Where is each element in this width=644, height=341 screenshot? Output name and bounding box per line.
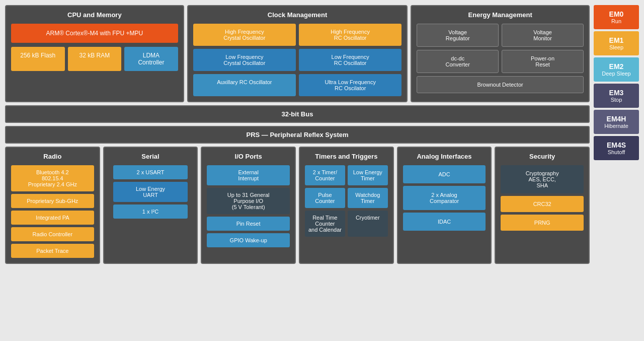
le-uart-item: Low EnergyUART bbox=[113, 182, 188, 202]
lf-rc: Low FrequencyRC Oscillator bbox=[299, 49, 401, 71]
em3-num: EM3 bbox=[596, 89, 637, 97]
main-layout: CPU and Memory ARM® Cortex®-M4 with FPU … bbox=[5, 5, 590, 264]
clock-title: Clock Management bbox=[193, 11, 402, 19]
timers-section: Timers and Triggers 2 x Timer/Counter Lo… bbox=[299, 147, 394, 264]
i2c-item: 1 x I²C bbox=[113, 204, 188, 219]
pulse-counter-item: PulseCounter bbox=[305, 188, 345, 208]
ext-int-item: ExternalInterrupt bbox=[207, 165, 290, 185]
analog-title: Analog Interfaces bbox=[403, 153, 486, 160]
security-title: Security bbox=[501, 153, 584, 160]
security-section: Security CryptographyAES, ECC,SHA CRC32 … bbox=[495, 147, 590, 264]
timer-counter-item: 2 x Timer/Counter bbox=[305, 165, 345, 185]
hf-rc: High FrequencyRC Oscillator bbox=[299, 24, 401, 46]
em2-num: EM2 bbox=[596, 62, 637, 71]
em3-item: EM3 Stop bbox=[594, 84, 639, 108]
em3-label: Stop bbox=[596, 97, 637, 103]
watchdog-item: WatchdogTimer bbox=[348, 188, 388, 208]
voltage-mon: VoltageMonitor bbox=[502, 24, 584, 47]
serial-title: Serial bbox=[109, 153, 192, 160]
crypto-item: CryptographyAES, ECC,SHA bbox=[501, 165, 584, 193]
em4h-item: EM4H Hibernate bbox=[594, 110, 639, 134]
em4s-label: Shutoff bbox=[596, 149, 637, 155]
gpio-wakeup-item: GPIO Wake-up bbox=[207, 233, 290, 247]
integrated-pa-item: Integrated PA bbox=[11, 211, 94, 225]
io-section: I/O Ports ExternalInterrupt Up to 31 Gen… bbox=[201, 147, 296, 264]
cpu-flash: 256 kB Flash bbox=[11, 47, 65, 71]
em4s-item: EM4S Shutoff bbox=[594, 136, 639, 160]
radio-items: Bluetooth 4.2802.15.4Proprietary 2.4 GHz… bbox=[11, 165, 94, 258]
radio-ctrl-item: Radio Controller bbox=[11, 227, 94, 241]
top-row: CPU and Memory ARM® Cortex®-M4 with FPU … bbox=[5, 5, 590, 102]
radio-title: Radio bbox=[11, 153, 94, 160]
hf-crystal: High FrequencyCrystal Oscillator bbox=[193, 24, 296, 46]
analog-section: Analog Interfaces ADC 2 x AnalogComparat… bbox=[397, 147, 492, 264]
cpu-title: CPU and Memory bbox=[11, 11, 178, 19]
bus-bar: 32-bit Bus bbox=[5, 105, 590, 123]
le-timer-item: Low EnergyTimer bbox=[348, 165, 388, 185]
em0-item: EM0 Run bbox=[594, 5, 639, 29]
io-items: ExternalInterrupt Up to 31 GeneralPurpos… bbox=[207, 165, 290, 247]
clock-section: Clock Management High FrequencyCrystal O… bbox=[187, 5, 408, 102]
ulf-rc: Ultra Low FrequencyRC Oscilator bbox=[299, 74, 401, 96]
em0-num: EM0 bbox=[596, 10, 637, 18]
gp-io-item: Up to 31 GeneralPurpose I/O(5 V Tolerant… bbox=[207, 188, 290, 214]
em4s-num: EM4S bbox=[596, 141, 637, 149]
analog-items: ADC 2 x AnalogComparator IDAC bbox=[403, 165, 486, 231]
cpu-section: CPU and Memory ARM® Cortex®-M4 with FPU … bbox=[5, 5, 184, 102]
radio-section: Radio Bluetooth 4.2802.15.4Proprietary 2… bbox=[5, 147, 100, 264]
em1-label: Sleep bbox=[596, 44, 637, 50]
cpu-ram: 32 kB RAM bbox=[68, 47, 122, 71]
comparator-item: 2 x AnalogComparator bbox=[403, 186, 486, 210]
em4h-label: Hibernate bbox=[596, 123, 637, 129]
crc32-item: CRC32 bbox=[501, 196, 584, 212]
em1-item: EM1 Sleep bbox=[594, 31, 639, 55]
energy-grid: VoltageRegulator VoltageMonitor dc-dcCon… bbox=[417, 24, 584, 93]
pin-reset-item: Pin Reset bbox=[207, 217, 290, 231]
serial-items: 2 x USART Low EnergyUART 1 x I²C bbox=[109, 165, 192, 219]
timers-grid: 2 x Timer/Counter Low EnergyTimer PulseC… bbox=[305, 165, 388, 237]
sub-ghz-item: Proprietary Sub-GHz bbox=[11, 194, 94, 208]
aux-rc: Auxillary RC Oscillator bbox=[193, 74, 296, 96]
io-title: I/O Ports bbox=[207, 153, 290, 160]
security-items: CryptographyAES, ECC,SHA CRC32 PRNG bbox=[501, 165, 584, 231]
em-sidebar: EM0 Run EM1 Sleep EM2 Deep Sleep EM3 Sto… bbox=[594, 5, 639, 160]
em2-label: Deep Sleep bbox=[596, 71, 637, 77]
serial-section: Serial 2 x USART Low EnergyUART 1 x I²C bbox=[103, 147, 198, 264]
brownout: Brownout Detector bbox=[417, 76, 584, 93]
em1-num: EM1 bbox=[596, 36, 637, 44]
voltage-reg: VoltageRegulator bbox=[417, 24, 499, 47]
bottom-row: Radio Bluetooth 4.2802.15.4Proprietary 2… bbox=[5, 147, 590, 264]
packet-trace-item: Packet Trace bbox=[11, 244, 94, 258]
idac-item: IDAC bbox=[403, 213, 486, 231]
rtc-item: Real TimeCounterand Calendar bbox=[305, 211, 345, 237]
clock-grid: High FrequencyCrystal Oscillator High Fr… bbox=[193, 24, 402, 96]
timers-title: Timers and Triggers bbox=[305, 153, 388, 160]
power-reset: Power-onReset bbox=[502, 50, 584, 73]
em4h-num: EM4H bbox=[596, 115, 637, 123]
em0-label: Run bbox=[596, 18, 637, 24]
prs-bar: PRS — Peripheral Reflex System bbox=[5, 126, 590, 144]
usart-item: 2 x USART bbox=[113, 165, 188, 179]
cpu-ldma: LDMAController bbox=[124, 47, 178, 71]
cpu-arm-box: ARM® Cortex®-M4 with FPU +MPU bbox=[11, 24, 178, 43]
energy-title: Energy Management bbox=[417, 11, 584, 19]
dcdc: dc-dcConverter bbox=[417, 50, 499, 73]
energy-section: Energy Management VoltageRegulator Volta… bbox=[411, 5, 590, 102]
lf-crystal: Low FrequencyCrystal Oscillator bbox=[193, 49, 296, 71]
bluetooth-item: Bluetooth 4.2802.15.4Proprietary 2.4 GHz bbox=[11, 165, 94, 191]
cpu-bottom-row: 256 kB Flash 32 kB RAM LDMAController bbox=[11, 47, 178, 71]
adc-item: ADC bbox=[403, 165, 486, 183]
cryotimer-item: Cryotimer bbox=[348, 211, 388, 237]
prng-item: PRNG bbox=[501, 215, 584, 231]
em2-item: EM2 Deep Sleep bbox=[594, 57, 639, 82]
